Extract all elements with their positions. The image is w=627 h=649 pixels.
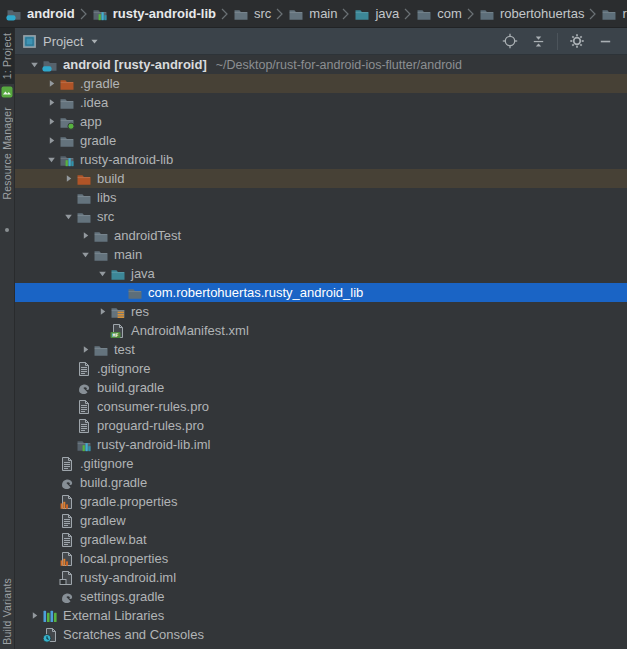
tree-row-res[interactable]: res [15,302,627,321]
android-project-icon [42,57,58,73]
indent-spacer [15,387,61,388]
folder-icon [93,247,109,263]
folder-icon [59,133,75,149]
package-icon [601,6,617,22]
tree-row-scratches-and-consoles[interactable]: Scratches and Consoles [15,625,627,644]
tree-row-label: src [97,209,114,224]
expand-arrow-icon[interactable] [95,306,110,317]
tree-row-label: local.properties [80,551,168,566]
tree-row-label: res [131,304,149,319]
stripe-dot-icon [5,228,9,232]
tree-row-build-gradle[interactable]: build.gradle [15,473,627,492]
expand-arrow-icon[interactable] [27,610,42,621]
tree-row-label: .idea [80,95,108,110]
tree-row-label: build [97,171,124,186]
collapse-arrow-icon[interactable] [95,268,110,279]
tree-row-gitignore[interactable]: .gitignore [15,359,627,378]
tree-row-gradlew-bat[interactable]: gradlew.bat [15,530,627,549]
breadcrumb-item-android[interactable]: android [6,6,75,22]
iml-icon [59,570,75,586]
tree-row-proguard-rules-pro[interactable]: proguard-rules.pro [15,416,627,435]
expand-arrow-icon[interactable] [44,97,59,108]
tree-row-android-rusty-android[interactable]: android [rusty-android]~/Desktop/rust-fo… [15,55,627,74]
tree-row-java[interactable]: java [15,264,627,283]
breadcrumb-label: rusty_andr [622,6,627,21]
breadcrumb-item-java[interactable]: java [354,6,399,22]
collapse-arrow-icon[interactable] [27,59,42,70]
tree-row-local-properties[interactable]: local.properties [15,549,627,568]
tree-row-app[interactable]: app [15,112,627,131]
breadcrumb-item-main[interactable]: main [288,6,337,22]
tree-row-idea[interactable]: .idea [15,93,627,112]
tree-row-build-gradle[interactable]: build.gradle [15,378,627,397]
indent-spacer [15,64,27,65]
tree-row-rusty-android-lib[interactable]: rusty-android-lib [15,150,627,169]
tree-row-build[interactable]: build [15,169,627,188]
tree-row-settings-gradle[interactable]: settings.gradle [15,587,627,606]
indent-spacer [15,577,44,578]
breadcrumb-item-rusty-andr[interactable]: rusty_andr [601,6,627,22]
stripe-tab-project[interactable]: 1: Project [0,28,14,84]
tree-row-label: External Libraries [63,608,164,623]
properties-icon [59,494,75,510]
tree-row-gradle[interactable]: .gradle [15,74,627,93]
expand-arrow-icon[interactable] [44,116,59,127]
tree-row-main[interactable]: main [15,245,627,264]
expand-arrow-icon[interactable] [61,173,76,184]
expand-arrow-icon[interactable] [78,230,93,241]
settings-button[interactable] [568,32,586,50]
tree-row-rusty-android-lib-iml[interactable]: rusty-android-lib.iml [15,435,627,454]
java-folder-icon [110,266,126,282]
tree-row-external-libraries[interactable]: External Libraries [15,606,627,625]
res-folder-icon [110,304,126,320]
indent-spacer [15,596,44,597]
tree-row-label: gradlew.bat [80,532,147,547]
indent-spacer [15,197,61,198]
tree-row-test[interactable]: test [15,340,627,359]
breadcrumb-label: java [375,6,399,21]
locate-file-button[interactable] [501,32,519,50]
chevron-down-icon[interactable] [88,33,100,49]
tree-row-label: build.gradle [97,380,164,395]
package-icon [479,6,495,22]
folder-excluded-icon [59,76,75,92]
tree-row-label: .gradle [80,76,120,91]
collapse-arrow-icon[interactable] [44,154,59,165]
properties-icon [59,551,75,567]
tree-row-com-robertohuertas-rusty-android-lib[interactable]: com.robertohuertas.rusty_android_lib [15,283,627,302]
file-icon [59,513,75,529]
indent-spacer [15,463,44,464]
expand-arrow-icon[interactable] [78,344,93,355]
indent-spacer [15,159,44,160]
breadcrumb-item-com[interactable]: com [416,6,462,22]
panel-title[interactable]: Project [43,34,83,49]
breadcrumb-item-robertohuertas[interactable]: robertohuertas [479,6,585,22]
collapse-all-button[interactable] [529,32,547,50]
tree-row-gradlew[interactable]: gradlew [15,511,627,530]
indent-spacer [15,254,78,255]
collapse-arrow-icon[interactable] [78,249,93,260]
expand-arrow-icon[interactable] [44,78,59,89]
tree-row-gradle-properties[interactable]: gradle.properties [15,492,627,511]
tree-row-label: consumer-rules.pro [97,399,209,414]
tree-row-androidmanifest-xml[interactable]: MFAndroidManifest.xml [15,321,627,340]
collapse-arrow-icon[interactable] [61,211,76,222]
manifest-icon: MF [110,323,126,339]
tree-row-src[interactable]: src [15,207,627,226]
tree-row-consumer-rules-pro[interactable]: consumer-rules.pro [15,397,627,416]
breadcrumb-item-src[interactable]: src [233,6,271,22]
tree-row-label: android [rusty-android] [63,57,207,72]
tree-row-gradle[interactable]: gradle [15,131,627,150]
expand-arrow-icon[interactable] [44,135,59,146]
tree-row-label: gradlew [80,513,126,528]
app-module-icon [59,114,75,130]
stripe-tab-resource-manager[interactable]: Resource Manager [0,102,14,205]
tree-row-libs[interactable]: libs [15,188,627,207]
tree-row-rusty-android-iml[interactable]: rusty-android.iml [15,568,627,587]
resource-manager-icon[interactable] [1,86,13,98]
tree-row-gitignore[interactable]: .gitignore [15,454,627,473]
tree-row-androidtest[interactable]: androidTest [15,226,627,245]
breadcrumb-item-rusty-android-lib[interactable]: rusty-android-lib [92,6,216,22]
stripe-tab-build-variants[interactable]: Build Variants [0,573,14,649]
hide-panel-button[interactable] [596,32,614,50]
